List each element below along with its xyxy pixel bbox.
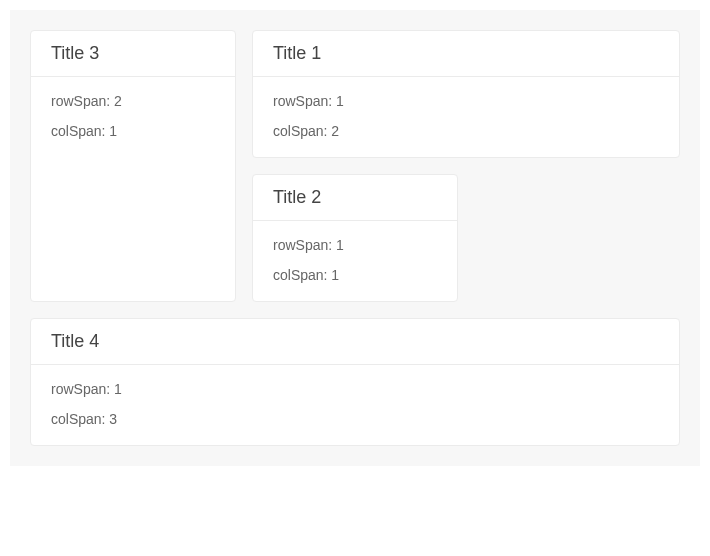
card-title-4: Title 4 rowSpan: 1 colSpan: 3 [30, 318, 680, 446]
card-colspan-label: colSpan: 1 [51, 123, 215, 139]
card-title: Title 1 [253, 31, 679, 77]
card-body: rowSpan: 1 colSpan: 2 [253, 77, 679, 157]
grid-container: Title 3 rowSpan: 2 colSpan: 1 Title 1 ro… [10, 10, 700, 466]
card-body: rowSpan: 1 colSpan: 1 [253, 221, 457, 301]
card-body: rowSpan: 2 colSpan: 1 [31, 77, 235, 157]
card-rowspan-label: rowSpan: 2 [51, 93, 215, 109]
card-title: Title 4 [31, 319, 679, 365]
card-rowspan-label: rowSpan: 1 [273, 237, 437, 253]
card-rowspan-label: rowSpan: 1 [51, 381, 659, 397]
card-colspan-label: colSpan: 2 [273, 123, 659, 139]
card-rowspan-label: rowSpan: 1 [273, 93, 659, 109]
card-title-3: Title 3 rowSpan: 2 colSpan: 1 [30, 30, 236, 302]
card-title-2: Title 2 rowSpan: 1 colSpan: 1 [252, 174, 458, 302]
card-title-1: Title 1 rowSpan: 1 colSpan: 2 [252, 30, 680, 158]
card-body: rowSpan: 1 colSpan: 3 [31, 365, 679, 445]
card-grid: Title 3 rowSpan: 2 colSpan: 1 Title 1 ro… [30, 30, 680, 446]
card-colspan-label: colSpan: 3 [51, 411, 659, 427]
card-title: Title 3 [31, 31, 235, 77]
card-colspan-label: colSpan: 1 [273, 267, 437, 283]
card-title: Title 2 [253, 175, 457, 221]
